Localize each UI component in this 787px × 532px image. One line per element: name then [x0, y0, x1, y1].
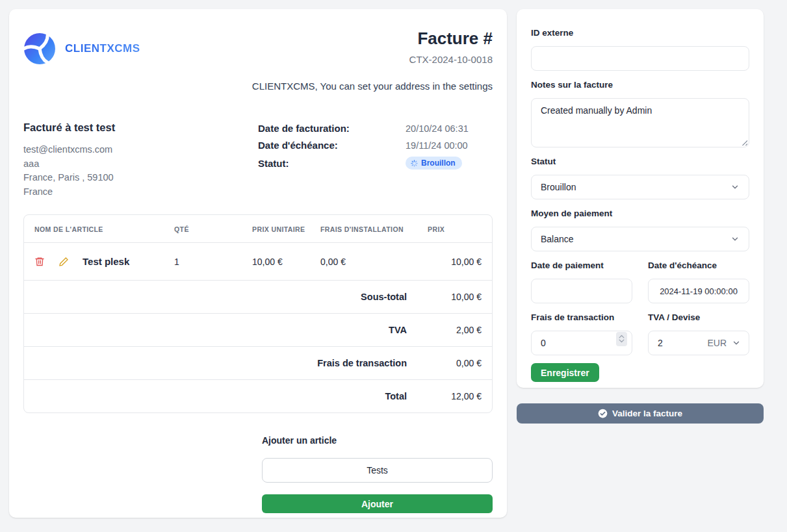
billing-line: France [23, 185, 258, 199]
item-setup-fee: 0,00 € [320, 257, 428, 267]
status-label: Statut: [258, 158, 406, 169]
billing-line: aaa [23, 157, 258, 171]
payment-date-label: Date de paiement [531, 260, 632, 270]
save-button[interactable]: Enregistrer [531, 363, 599, 382]
invoice-date-value: 20/10/24 06:31 [406, 123, 493, 134]
status-select-label: Statut [531, 157, 749, 166]
spinner-icon [411, 160, 418, 167]
billing-block: Facturé à test test test@clientxcms.com … [23, 121, 258, 199]
stepper-icon[interactable] [616, 332, 627, 346]
chevron-down-icon [730, 234, 740, 244]
billing-line: test@clientxcms.com [23, 143, 258, 157]
invoice-header: CLIENTXCMS Facture # CTX-2024-10-0018 CL… [23, 23, 493, 92]
tva-value: 2,00 € [407, 325, 482, 335]
chevron-down-icon [730, 183, 740, 192]
invoice-number: CTX-2024-10-0018 [252, 54, 493, 65]
check-circle-icon [598, 409, 608, 418]
payment-method-select[interactable]: Balance [531, 227, 749, 251]
add-item-label: Ajouter un article [262, 435, 493, 446]
table-header-row: Nom de l'article Qté Prix unitaire Frais… [24, 215, 492, 242]
billing-title: Facturé à test test [23, 121, 258, 134]
invoice-card: CLIENTXCMS Facture # CTX-2024-10-0018 CL… [9, 9, 507, 518]
company-address-line: CLIENTXCMS, You can set your address in … [252, 81, 493, 92]
subtotal-value: 10,00 € [407, 292, 482, 302]
vat-currency-field: 2 EUR [648, 331, 749, 355]
add-item-form: Ajouter un article Tests Ajouter [262, 435, 493, 513]
billing-meta-section: Facturé à test test test@clientxcms.com … [23, 121, 493, 199]
invoice-notes-textarea[interactable]: Created manually by Admin [531, 98, 749, 147]
item-unit-price: 10,00 € [252, 257, 320, 267]
payment-date-input[interactable] [531, 279, 632, 303]
tva-label: TVA [34, 325, 407, 335]
col-header-name: Nom de l'article [34, 225, 174, 234]
clientxcms-logo-icon [23, 32, 56, 65]
col-header-setup-fee: Frais d'installation [320, 225, 428, 234]
page-title: Facture # [252, 29, 493, 49]
due-date-value: 19/11/24 00:00 [406, 140, 493, 151]
transaction-fee-input-label: Frais de transaction [531, 312, 632, 322]
total-value: 12,00 € [407, 391, 482, 401]
item-price: 10,00 € [428, 257, 482, 267]
brand: CLIENTXCMS [23, 32, 140, 65]
tva-row: TVA 2,00 € [24, 313, 492, 346]
add-item-button[interactable]: Ajouter [262, 494, 493, 513]
validate-invoice-button[interactable]: Valider la facture [517, 403, 764, 424]
status-select[interactable]: Brouillon [531, 175, 749, 199]
payment-method-selected-value: Balance [541, 234, 574, 244]
validate-invoice-label: Valider la facture [612, 409, 682, 418]
col-header-price: Prix [428, 225, 482, 234]
chevron-down-icon[interactable] [732, 338, 741, 348]
due-date-input[interactable] [648, 279, 749, 303]
trash-icon[interactable] [34, 256, 45, 267]
status-badge-text: Brouillon [421, 158, 456, 168]
due-date-label: Date d'échéance: [258, 140, 406, 151]
payment-method-label: Moyen de paiement [531, 209, 749, 218]
external-id-input[interactable] [531, 46, 749, 71]
billing-line: France, Paris , 59100 [23, 171, 258, 185]
invoice-items-table: Nom de l'article Qté Prix unitaire Frais… [23, 214, 493, 413]
invoice-title-block: Facture # CTX-2024-10-0018 CLIENTXCMS, Y… [252, 29, 493, 92]
brand-name: CLIENTXCMS [65, 42, 140, 55]
billing-address: test@clientxcms.com aaa France, Paris , … [23, 143, 258, 199]
add-item-select[interactable]: Tests [262, 458, 493, 483]
add-item-selected-option: Tests [367, 465, 388, 475]
transaction-fee-value: 0,00 € [407, 358, 482, 368]
vat-currency-label: TVA / Devise [648, 312, 749, 322]
pencil-icon[interactable] [58, 257, 69, 267]
invoice-settings-card: ID externe Notes sur la facture Created … [517, 9, 764, 388]
transaction-fee-label: Frais de transaction [34, 358, 407, 368]
total-row: Total 12,00 € [24, 379, 492, 412]
status-badge: Brouillon [406, 157, 462, 170]
due-date-input-label: Date d'échéance [648, 260, 749, 270]
item-name: Test plesk [83, 256, 129, 267]
transaction-fee-row: Frais de transaction 0,00 € [24, 346, 492, 379]
subtotal-row: Sous-total 10,00 € [24, 280, 492, 313]
col-header-qty: Qté [174, 225, 252, 234]
vat-input[interactable]: 2 [658, 338, 707, 348]
currency-select[interactable]: EUR [707, 338, 727, 348]
total-label: Total [34, 391, 407, 401]
item-qty: 1 [174, 257, 252, 267]
external-id-label: ID externe [531, 28, 749, 38]
invoice-date-label: Date de facturation: [258, 123, 406, 134]
status-selected-value: Brouillon [541, 182, 576, 192]
invoice-notes-label: Notes sur la facture [531, 80, 749, 90]
subtotal-label: Sous-total [34, 292, 407, 302]
table-row: Test plesk 1 10,00 € 0,00 € 10,00 € [24, 242, 492, 280]
col-header-unit-price: Prix unitaire [252, 225, 320, 234]
invoice-meta-block: Date de facturation: 20/10/24 06:31 Date… [258, 121, 493, 199]
